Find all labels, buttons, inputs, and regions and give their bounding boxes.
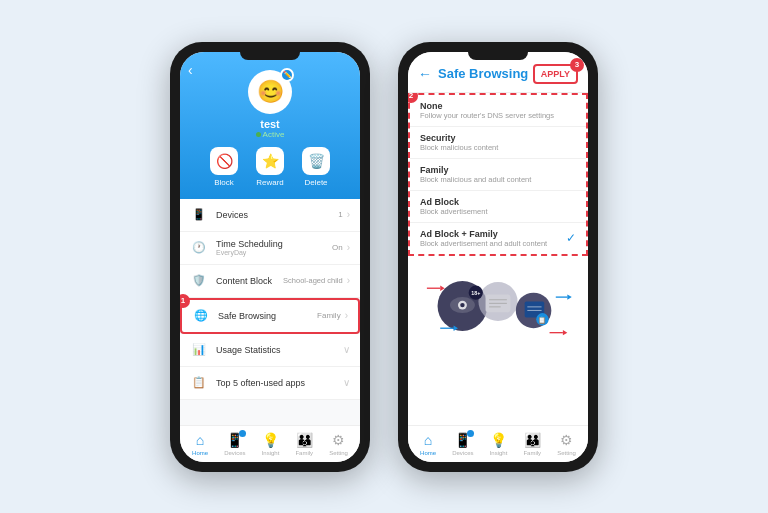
menu-list: 📱 Devices 1 › 🕐 Time Scheduling EveryDay… [180, 199, 360, 425]
profile-header: ‹ 😊 ✏️ test Active 🚫 Block ⭐ [180, 52, 360, 199]
phone-screen-right: ← Safe Browsing 3 APPLY 2 None Follow yo… [408, 52, 588, 462]
nav-insight-right[interactable]: 💡 Insight [490, 432, 508, 456]
phone-screen-left: ‹ 😊 ✏️ test Active 🚫 Block ⭐ [180, 52, 360, 462]
browsing-content: 2 None Follow your router's DNS server s… [408, 93, 588, 425]
settings-icon-right: ⚙ [560, 432, 573, 448]
delete-button[interactable]: 🗑️ Delete [302, 147, 330, 187]
nav-family-right[interactable]: 👪 Family [523, 432, 541, 456]
stats-icon: 📊 [190, 341, 208, 359]
scene: ‹ 😊 ✏️ test Active 🚫 Block ⭐ [0, 0, 768, 513]
menu-item-top5-apps[interactable]: 📋 Top 5 often-used apps ∨ [180, 367, 360, 400]
check-mark-icon: ✓ [566, 231, 576, 245]
home-icon-right: ⌂ [424, 432, 432, 448]
phone-right: ← Safe Browsing 3 APPLY 2 None Follow yo… [398, 42, 598, 472]
reward-button[interactable]: ⭐ Reward [256, 147, 284, 187]
settings-icon: ⚙ [332, 432, 345, 448]
menu-item-usage-statistics[interactable]: 📊 Usage Statistics ∨ [180, 334, 360, 367]
svg-marker-20 [567, 294, 571, 299]
user-status: Active [256, 130, 285, 139]
browsing-options-list: 2 None Follow your router's DNS server s… [408, 93, 588, 256]
nav-home-right[interactable]: ⌂ Home [420, 432, 436, 456]
nav-settings[interactable]: ⚙ Setting [329, 432, 348, 456]
expand-icon: ∨ [343, 377, 350, 388]
badge-3: 3 [570, 58, 584, 72]
menu-item-time-scheduling[interactable]: 🕐 Time Scheduling EveryDay On › [180, 232, 360, 265]
nav-devices-right[interactable]: 📱 Devices [452, 432, 473, 456]
apps-icon: 📋 [190, 374, 208, 392]
devices-icon: 📱 [190, 206, 208, 224]
home-icon: ⌂ [196, 432, 204, 448]
arrow-icon: › [345, 310, 348, 321]
safe-browsing-title: Safe Browsing [438, 66, 533, 81]
safe-browsing-icon: 🌐 [192, 307, 210, 325]
phone-notch-right [468, 52, 528, 60]
nav-family[interactable]: 👪 Family [295, 432, 313, 456]
bottom-nav-left: ⌂ Home 📱 Devices 💡 Insight 👪 Family ⚙ [180, 425, 360, 462]
svg-marker-24 [563, 330, 567, 335]
nav-home[interactable]: ⌂ Home [192, 432, 208, 456]
back-button-left[interactable]: ‹ [188, 62, 193, 78]
block-button[interactable]: 🚫 Block [210, 147, 238, 187]
devices-nav-icon-right: 📱 [454, 432, 471, 448]
nav-devices[interactable]: 📱 Devices [224, 432, 245, 456]
apply-button[interactable]: 3 APPLY [533, 64, 578, 84]
phone-notch-left [240, 52, 300, 60]
option-family[interactable]: Family Block malicious and adult content [410, 159, 586, 191]
arrow-icon: › [347, 275, 350, 286]
content-block-icon: 🛡️ [190, 272, 208, 290]
phone-left: ‹ 😊 ✏️ test Active 🚫 Block ⭐ [170, 42, 370, 472]
back-button-right[interactable]: ← [418, 66, 432, 82]
illustration-svg: 18+ 📋 [418, 266, 578, 346]
family-icon: 👪 [296, 432, 313, 448]
svg-text:📋: 📋 [538, 316, 546, 324]
menu-item-devices[interactable]: 📱 Devices 1 › [180, 199, 360, 232]
menu-item-content-block[interactable]: 🛡️ Content Block School-aged child › [180, 265, 360, 298]
action-buttons: 🚫 Block ⭐ Reward 🗑️ Delete [210, 147, 330, 187]
reward-icon: ⭐ [256, 147, 284, 175]
time-icon: 🕐 [190, 239, 208, 257]
delete-icon: 🗑️ [302, 147, 330, 175]
scheduling-sub: EveryDay [216, 249, 332, 256]
option-ad-block-family[interactable]: Ad Block + Family Block advertisement an… [410, 223, 586, 254]
nav-settings-right[interactable]: ⚙ Setting [557, 432, 576, 456]
insight-icon: 💡 [262, 432, 279, 448]
username: test [260, 118, 280, 130]
family-icon-right: 👪 [524, 432, 541, 448]
devices-nav-icon: 📱 [226, 432, 243, 448]
option-ad-block[interactable]: Ad Block Block advertisement [410, 191, 586, 223]
avatar-badge: ✏️ [280, 68, 294, 82]
arrow-icon: › [347, 209, 350, 220]
svg-text:18+: 18+ [471, 290, 480, 296]
menu-item-safe-browsing[interactable]: 1 🌐 Safe Browsing Family › [180, 298, 360, 334]
illustration-area: 18+ 📋 [408, 256, 588, 356]
status-dot [256, 132, 261, 137]
block-icon: 🚫 [210, 147, 238, 175]
arrow-icon: › [347, 242, 350, 253]
option-security[interactable]: Security Block malicious content [410, 127, 586, 159]
bottom-nav-right: ⌂ Home 📱 Devices 💡 Insight 👪 Family ⚙ [408, 425, 588, 462]
nav-insight[interactable]: 💡 Insight [262, 432, 280, 456]
svg-point-5 [460, 302, 464, 306]
option-none[interactable]: None Follow your router's DNS server set… [410, 95, 586, 127]
expand-icon: ∨ [343, 344, 350, 355]
avatar: 😊 ✏️ [248, 70, 292, 114]
insight-icon-right: 💡 [490, 432, 507, 448]
